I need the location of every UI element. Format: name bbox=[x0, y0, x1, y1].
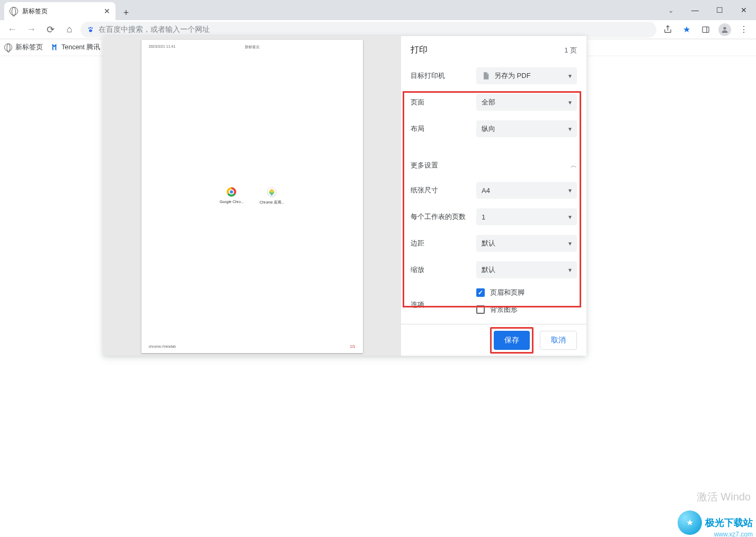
bookmark-label: 新标签页 bbox=[15, 43, 43, 52]
reload-button[interactable]: ⟳ bbox=[42, 22, 58, 38]
forward-button[interactable]: → bbox=[23, 22, 39, 38]
window-titlebar: 新标签页 ✕ + ⌄ — ☐ ✕ bbox=[0, 0, 756, 20]
svg-point-3 bbox=[89, 29, 92, 32]
checkbox-unchecked-icon[interactable] bbox=[476, 305, 485, 314]
address-placeholder: 在百度中搜索，或者输入一个网址 bbox=[99, 25, 210, 34]
back-button[interactable]: ← bbox=[4, 22, 20, 38]
hue-icon bbox=[267, 187, 277, 197]
setting-margins: 边距 默认 ▼ bbox=[411, 235, 577, 252]
print-header: 打印 1 页 bbox=[411, 45, 577, 56]
setting-pages-per-sheet: 每个工作表的页数 1 ▼ bbox=[411, 208, 577, 225]
bookmark-label: Tencent 腾讯 bbox=[61, 43, 100, 52]
save-button[interactable]: 保存 bbox=[494, 331, 530, 350]
print-page-count: 1 页 bbox=[564, 46, 577, 55]
setting-pages: 页面 全部 ▼ bbox=[411, 94, 577, 111]
setting-destination: 目标打印机 另存为 PDF ▼ bbox=[411, 67, 577, 84]
chevron-down-icon: ▼ bbox=[567, 241, 573, 247]
preview-shortcut-chrome: Google Chro... bbox=[219, 187, 244, 205]
preview-shortcuts: Google Chro... Chrome 应用... bbox=[219, 187, 284, 205]
setting-options: 选项 ✓ 页眉和页脚 背景图形 bbox=[411, 288, 577, 322]
setting-paper-size: 纸张尺寸 A4 ▼ bbox=[411, 182, 577, 199]
svg-point-2 bbox=[92, 27, 93, 29]
activate-windows-watermark: 激活 Windo bbox=[697, 490, 751, 504]
chevron-down-icon: ▼ bbox=[567, 73, 573, 79]
share-icon[interactable] bbox=[660, 22, 675, 38]
destination-select[interactable]: 另存为 PDF ▼ bbox=[476, 67, 577, 84]
print-preview-pane: 2023/3/21 11:41 新标签页 Google Chro... Chro… bbox=[103, 36, 401, 356]
chrome-icon bbox=[227, 187, 236, 197]
pages-per-sheet-select[interactable]: 1 ▼ bbox=[476, 208, 577, 225]
print-preview-page: 2023/3/21 11:41 新标签页 Google Chro... Chro… bbox=[141, 40, 363, 353]
tencent-icon bbox=[50, 43, 58, 51]
pdf-file-icon bbox=[482, 72, 490, 80]
setting-scale: 缩放 默认 ▼ bbox=[411, 261, 577, 278]
bookmark-star-icon[interactable]: ★ bbox=[679, 22, 695, 38]
preview-footer-url: chrome://newtab bbox=[149, 345, 176, 348]
tab-title: 新标签页 bbox=[22, 7, 48, 16]
address-bar[interactable]: 在百度中搜索，或者输入一个网址 bbox=[81, 22, 656, 38]
window-controls: ⌄ — ☐ ✕ bbox=[659, 0, 756, 20]
chevron-down-icon: ▼ bbox=[567, 214, 573, 220]
option-background-graphics[interactable]: 背景图形 bbox=[476, 305, 577, 314]
profile-avatar[interactable] bbox=[717, 22, 733, 38]
highlight-save-box: 保存 bbox=[490, 327, 533, 354]
more-settings-toggle[interactable]: 更多设置 ︿ bbox=[411, 156, 577, 182]
site-watermark: 极光下载站 www.xz7.com bbox=[678, 508, 756, 537]
side-panel-icon[interactable] bbox=[698, 22, 714, 38]
tab-close-icon[interactable]: ✕ bbox=[104, 7, 110, 15]
svg-point-1 bbox=[90, 27, 92, 28]
chevron-down-icon: ▼ bbox=[567, 126, 573, 132]
globe-icon bbox=[4, 43, 12, 51]
preview-header-date: 2023/3/21 11:41 bbox=[149, 45, 176, 48]
watermark-brand: 极光下载站 bbox=[705, 516, 753, 529]
chevron-up-icon: ︿ bbox=[571, 161, 577, 170]
print-dialog-footer: 保存 取消 bbox=[401, 324, 586, 356]
svg-rect-4 bbox=[702, 27, 709, 32]
bookmark-tencent[interactable]: Tencent 腾讯 bbox=[50, 43, 100, 52]
kebab-menu-icon[interactable]: ⋮ bbox=[736, 22, 752, 38]
chevron-down-icon: ▼ bbox=[567, 188, 573, 193]
baidu-paw-icon bbox=[87, 26, 94, 33]
new-tab-button[interactable]: + bbox=[119, 5, 134, 20]
print-settings-pane: 打印 1 页 目标打印机 另存为 PDF ▼ 页面 bbox=[401, 36, 586, 356]
chevron-down-icon: ▼ bbox=[567, 100, 573, 105]
browser-tab[interactable]: 新标签页 ✕ bbox=[4, 2, 115, 20]
print-dialog: 2023/3/21 11:41 新标签页 Google Chro... Chro… bbox=[103, 36, 586, 356]
caret-down-icon[interactable]: ⌄ bbox=[659, 0, 683, 20]
aurora-burst-icon bbox=[678, 510, 702, 535]
margins-select[interactable]: 默认 ▼ bbox=[476, 235, 577, 252]
close-window-button[interactable]: ✕ bbox=[732, 0, 756, 20]
home-button[interactable]: ⌂ bbox=[61, 22, 77, 38]
svg-point-0 bbox=[88, 27, 90, 29]
preview-header-title: 新标签页 bbox=[245, 45, 260, 50]
watermark-url: www.xz7.com bbox=[714, 531, 753, 537]
scale-select[interactable]: 默认 ▼ bbox=[476, 261, 577, 278]
svg-point-6 bbox=[723, 27, 726, 29]
cancel-button[interactable]: 取消 bbox=[540, 331, 577, 350]
minimize-button[interactable]: — bbox=[683, 0, 707, 20]
setting-layout: 布局 纵向 ▼ bbox=[411, 120, 577, 137]
preview-footer-page: 1/1 bbox=[350, 345, 355, 348]
checkbox-checked-icon[interactable]: ✓ bbox=[476, 288, 485, 297]
paper-size-select[interactable]: A4 ▼ bbox=[476, 182, 577, 199]
preview-shortcut-apps: Chrome 应用... bbox=[260, 187, 284, 205]
maximize-button[interactable]: ☐ bbox=[707, 0, 732, 20]
globe-icon bbox=[10, 7, 18, 15]
layout-select[interactable]: 纵向 ▼ bbox=[476, 120, 577, 137]
pages-select[interactable]: 全部 ▼ bbox=[476, 94, 577, 111]
option-headers-footers[interactable]: ✓ 页眉和页脚 bbox=[476, 288, 577, 297]
chevron-down-icon: ▼ bbox=[567, 267, 573, 273]
print-title: 打印 bbox=[411, 45, 428, 56]
bookmark-newtab[interactable]: 新标签页 bbox=[4, 43, 43, 52]
